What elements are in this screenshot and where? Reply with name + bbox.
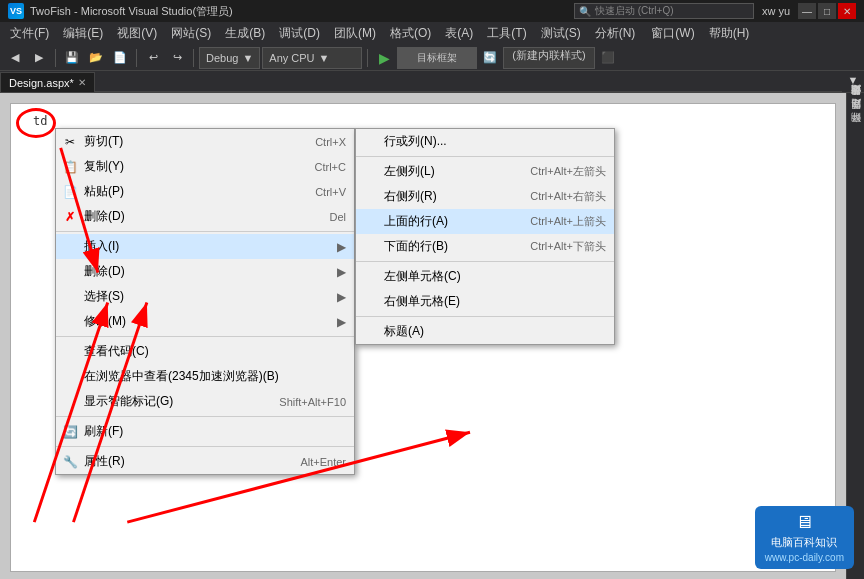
toolbar: ◀ ▶ 💾 📂 📄 ↩ ↪ Debug ▼ Any CPU ▼ ▶ 目标框架 🔄… [0, 45, 864, 71]
tab-list-button[interactable]: ▼ [842, 69, 864, 91]
context-insert[interactable]: 插入(I) ▶ [56, 234, 354, 259]
build-config-label: Debug [206, 52, 238, 64]
smart-tags-shortcut: Shift+Alt+F10 [259, 396, 346, 408]
separator-4 [56, 446, 354, 447]
new-style-button[interactable]: (新建内联样式) [503, 47, 594, 69]
menu-edit[interactable]: 编辑(E) [57, 24, 109, 43]
menu-build[interactable]: 生成(B) [219, 24, 271, 43]
quick-search[interactable]: 🔍 快速启动 (Ctrl+Q) [574, 3, 754, 19]
close-button[interactable]: ✕ [838, 3, 856, 19]
modify-label: 修改(M) [84, 313, 126, 330]
delete-label-2: 删除(D) [84, 263, 125, 280]
tab-design-aspx[interactable]: Design.aspx* ✕ [0, 72, 95, 92]
editor-area[interactable]: td ✂ 剪切(T) Ctrl+X 📋 复制(Y) Ctrl+C 📄 粘贴(P)… [0, 93, 846, 579]
menu-website[interactable]: 网站(S) [165, 24, 217, 43]
back-button[interactable]: ◀ [4, 47, 26, 69]
refresh-icon: 🔄 [62, 424, 78, 440]
scissors-icon: ✂ [62, 134, 78, 150]
context-cut[interactable]: ✂ 剪切(T) Ctrl+X [56, 129, 354, 154]
undo-button[interactable]: ↩ [142, 47, 164, 69]
run-button[interactable]: ▶ [373, 47, 395, 69]
row-above-shortcut: Ctrl+Alt+上箭头 [510, 214, 606, 229]
delete-label-1: 删除(D) [84, 208, 125, 225]
view-code-label: 查看代码(C) [84, 343, 149, 360]
insert-submenu-arrow: ▶ [337, 240, 346, 254]
delete-shortcut: Del [309, 211, 346, 223]
refresh-toolbar-btn[interactable]: 🔄 [479, 47, 501, 69]
maximize-button[interactable]: □ [818, 3, 836, 19]
menu-analyze[interactable]: 分析(N) [589, 24, 642, 43]
search-icon: 🔍 [579, 6, 591, 17]
view-toggle[interactable]: ⬛ [597, 47, 619, 69]
dropdown-arrow: ▼ [242, 52, 253, 64]
insert-label: 插入(I) [84, 238, 119, 255]
context-delete-1[interactable]: ✗ 删除(D) Del [56, 204, 354, 229]
row-below-label: 下面的行(B) [384, 238, 448, 255]
menu-test[interactable]: 测试(S) [535, 24, 587, 43]
open-button[interactable]: 📂 [85, 47, 107, 69]
row-below-shortcut: Ctrl+Alt+下箭头 [510, 239, 606, 254]
right-cell-label: 右侧单元格(E) [384, 293, 460, 310]
sub-row-below[interactable]: 下面的行(B) Ctrl+Alt+下箭头 [356, 234, 614, 259]
context-view-code[interactable]: 查看代码(C) [56, 339, 354, 364]
copy-label: 复制(Y) [84, 158, 124, 175]
context-modify[interactable]: 修改(M) ▶ [56, 309, 354, 334]
sub-heading[interactable]: 标题(A) [356, 319, 614, 344]
platform-dropdown[interactable]: Any CPU ▼ [262, 47, 362, 69]
view-browser-label: 在浏览器中查看(2345加速浏览器)(B) [84, 368, 279, 385]
watermark-url: www.pc-daily.com [765, 552, 844, 563]
menu-table[interactable]: 表(A) [439, 24, 479, 43]
context-view-browser[interactable]: 在浏览器中查看(2345加速浏览器)(B) [56, 364, 354, 389]
sub-right-col[interactable]: 右侧列(R) Ctrl+Alt+右箭头 [356, 184, 614, 209]
toolbar-sep-3 [193, 49, 194, 67]
refresh-label: 刷新(F) [84, 423, 123, 440]
main-area: td ✂ 剪切(T) Ctrl+X 📋 复制(Y) Ctrl+C 📄 粘贴(P)… [0, 93, 864, 579]
sub-context-menu[interactable]: 行或列(N)... 左侧列(L) Ctrl+Alt+左箭头 右侧列(R) Ctr… [355, 128, 615, 345]
context-properties[interactable]: 🔧 属性(R) Alt+Enter [56, 449, 354, 474]
forward-button[interactable]: ▶ [28, 47, 50, 69]
properties-shortcut: Alt+Enter [280, 456, 346, 468]
window-buttons: — □ ✕ [798, 3, 856, 19]
modify-submenu-arrow: ▶ [337, 315, 346, 329]
sidebar-panel-1[interactable]: 需计划测报题题 [847, 97, 865, 109]
menu-help[interactable]: 帮助(H) [703, 24, 756, 43]
delete-submenu-arrow: ▶ [337, 265, 346, 279]
menu-file[interactable]: 文件(F) [4, 24, 55, 43]
context-menu[interactable]: ✂ 剪切(T) Ctrl+X 📋 复制(Y) Ctrl+C 📄 粘贴(P) Ct… [55, 128, 355, 475]
tab-label: Design.aspx* [9, 77, 74, 89]
menu-bar: 文件(F) 编辑(E) 视图(V) 网站(S) 生成(B) 调试(D) 团队(M… [0, 22, 864, 45]
paste-shortcut: Ctrl+V [295, 186, 346, 198]
sub-sep-3 [356, 316, 614, 317]
build-config-dropdown[interactable]: Debug ▼ [199, 47, 260, 69]
save-button[interactable]: 💾 [61, 47, 83, 69]
tab-close-icon[interactable]: ✕ [78, 77, 86, 88]
properties-label: 属性(R) [84, 453, 125, 470]
sidebar-panel-3[interactable]: 翻译 [847, 125, 865, 137]
sub-right-cell[interactable]: 右侧单元格(E) [356, 289, 614, 314]
search-placeholder: 快速启动 (Ctrl+Q) [595, 4, 674, 18]
context-copy[interactable]: 📋 复制(Y) Ctrl+C [56, 154, 354, 179]
sidebar-panel-2[interactable]: 固定路题 [847, 111, 865, 123]
sub-left-col[interactable]: 左侧列(L) Ctrl+Alt+左箭头 [356, 159, 614, 184]
target-btn[interactable]: 目标框架 [397, 47, 477, 69]
separator-1 [56, 231, 354, 232]
delete-icon: ✗ [62, 209, 78, 225]
new-button[interactable]: 📄 [109, 47, 131, 69]
minimize-button[interactable]: — [798, 3, 816, 19]
context-delete-2[interactable]: 删除(D) ▶ [56, 259, 354, 284]
sub-row-col[interactable]: 行或列(N)... [356, 129, 614, 154]
redo-button[interactable]: ↪ [166, 47, 188, 69]
menu-tools[interactable]: 工具(T) [481, 24, 532, 43]
menu-window[interactable]: 窗口(W) [645, 24, 700, 43]
menu-team[interactable]: 团队(M) [328, 24, 382, 43]
sub-row-above[interactable]: 上面的行(A) Ctrl+Alt+上箭头 [356, 209, 614, 234]
context-paste[interactable]: 📄 粘贴(P) Ctrl+V [56, 179, 354, 204]
sub-left-cell[interactable]: 左侧单元格(C) [356, 264, 614, 289]
menu-view[interactable]: 视图(V) [111, 24, 163, 43]
menu-debug[interactable]: 调试(D) [273, 24, 326, 43]
context-smart-tags[interactable]: 显示智能标记(G) Shift+Alt+F10 [56, 389, 354, 414]
properties-icon: 🔧 [62, 454, 78, 470]
context-refresh[interactable]: 🔄 刷新(F) [56, 419, 354, 444]
menu-format[interactable]: 格式(O) [384, 24, 437, 43]
context-select[interactable]: 选择(S) ▶ [56, 284, 354, 309]
